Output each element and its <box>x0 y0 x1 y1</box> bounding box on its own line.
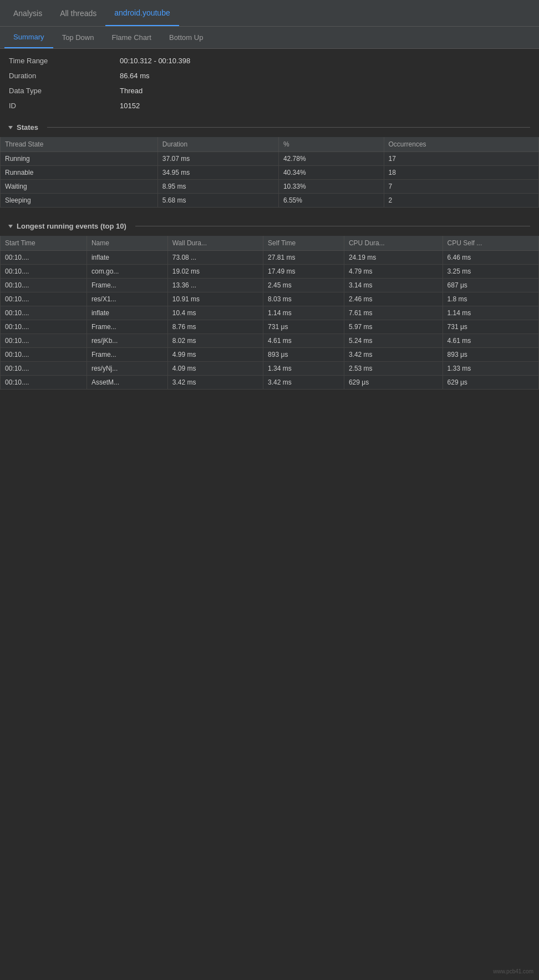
states-table-header: Thread State Duration % Occurrences <box>1 137 539 152</box>
id-label: ID <box>9 102 120 110</box>
events-collapse-icon[interactable] <box>8 225 13 228</box>
events-title: Longest running events (top 10) <box>17 222 126 230</box>
table-cell: 1.14 ms <box>263 306 344 320</box>
table-cell: inflate <box>87 251 167 265</box>
table-cell: 17.49 ms <box>263 265 344 279</box>
table-cell: 10.4 ms <box>167 306 263 320</box>
table-cell: 17 <box>384 152 538 166</box>
table-row[interactable]: 00:10....inflate73.08 ...27.81 ms24.19 m… <box>1 251 539 265</box>
table-cell: 731 μs <box>263 320 344 334</box>
table-row[interactable]: 00:10....com.go...19.02 ms17.49 ms4.79 m… <box>1 265 539 279</box>
table-cell: Waiting <box>1 180 158 194</box>
watermark: www.pcb41.com <box>493 968 533 974</box>
nav-analysis[interactable]: Analysis <box>4 0 51 26</box>
table-row[interactable]: 00:10....res/X1...10.91 ms8.03 ms2.46 ms… <box>1 292 539 306</box>
events-col-cpu-dura[interactable]: CPU Dura... <box>344 236 443 251</box>
table-cell: 3.42 ms <box>263 376 344 390</box>
table-cell: inflate <box>87 306 167 320</box>
table-cell: 1.14 ms <box>443 306 538 320</box>
table-cell: 893 μs <box>443 348 538 362</box>
table-row[interactable]: 00:10....Frame...13.36 ...2.45 ms3.14 ms… <box>1 279 539 292</box>
table-row[interactable]: 00:10....Frame...4.99 ms893 μs3.42 ms893… <box>1 348 539 362</box>
table-row[interactable]: Running37.07 ms42.78%17 <box>1 152 539 166</box>
table-row[interactable]: 00:10....res/yNj...4.09 ms1.34 ms2.53 ms… <box>1 362 539 376</box>
events-table: Start Time Name Wall Dura... Self Time C… <box>0 236 539 390</box>
table-cell: 4.09 ms <box>167 362 263 376</box>
tab-bottom-up[interactable]: Bottom Up <box>160 27 212 48</box>
events-col-name[interactable]: Name <box>87 236 167 251</box>
data-type-label: Data Type <box>9 87 120 95</box>
info-id: ID 10152 <box>0 98 539 113</box>
table-cell: Sleeping <box>1 194 158 208</box>
table-cell: 00:10.... <box>1 265 87 279</box>
table-cell: AssetM... <box>87 376 167 390</box>
table-row[interactable]: 00:10....res/jKb...8.02 ms4.61 ms5.24 ms… <box>1 334 539 348</box>
states-title: States <box>17 123 38 132</box>
table-cell: 37.07 ms <box>157 152 278 166</box>
table-cell: Frame... <box>87 348 167 362</box>
table-cell: 18 <box>384 166 538 180</box>
table-row[interactable]: Sleeping5.68 ms6.55%2 <box>1 194 539 208</box>
events-col-self-time[interactable]: Self Time <box>263 236 344 251</box>
states-col-thread-state[interactable]: Thread State <box>1 137 158 152</box>
table-cell: 00:10.... <box>1 279 87 292</box>
tab-summary[interactable]: Summary <box>4 27 53 48</box>
states-table: Thread State Duration % Occurrences Runn… <box>0 137 539 208</box>
table-cell: 00:10.... <box>1 362 87 376</box>
table-cell: 2 <box>384 194 538 208</box>
table-row[interactable]: Waiting8.95 ms10.33%7 <box>1 180 539 194</box>
table-cell: 4.61 ms <box>263 334 344 348</box>
table-cell: 4.99 ms <box>167 348 263 362</box>
tab-flame-chart[interactable]: Flame Chart <box>103 27 160 48</box>
table-cell: 8.02 ms <box>167 334 263 348</box>
table-cell: 5.97 ms <box>344 320 443 334</box>
duration-value: 86.64 ms <box>120 72 149 80</box>
summary-content: Time Range 00:10.312 - 00:10.398 Duratio… <box>0 49 539 403</box>
table-cell: Frame... <box>87 279 167 292</box>
table-row[interactable]: 00:10....AssetM...3.42 ms3.42 ms629 μs62… <box>1 376 539 390</box>
table-cell: Running <box>1 152 158 166</box>
table-cell: 4.79 ms <box>344 265 443 279</box>
states-section-header: States <box>0 118 539 137</box>
table-cell: 731 μs <box>443 320 538 334</box>
events-col-start-time[interactable]: Start Time <box>1 236 87 251</box>
table-cell: 8.76 ms <box>167 320 263 334</box>
table-cell: 5.68 ms <box>157 194 278 208</box>
table-cell: 8.03 ms <box>263 292 344 306</box>
nav-android-youtube[interactable]: android.youtube <box>105 0 179 26</box>
table-cell: 1.34 ms <box>263 362 344 376</box>
table-row[interactable]: 00:10....inflate10.4 ms1.14 ms7.61 ms1.1… <box>1 306 539 320</box>
events-table-header: Start Time Name Wall Dura... Self Time C… <box>1 236 539 251</box>
table-cell: 6.55% <box>278 194 384 208</box>
states-col-occurrences[interactable]: Occurrences <box>384 137 538 152</box>
states-col-percent[interactable]: % <box>278 137 384 152</box>
data-type-value: Thread <box>120 87 143 95</box>
events-section-header: Longest running events (top 10) <box>0 216 539 236</box>
table-cell: 3.42 ms <box>167 376 263 390</box>
events-col-wall-dura[interactable]: Wall Dura... <box>167 236 263 251</box>
sub-tabs: Summary Top Down Flame Chart Bottom Up <box>0 27 539 49</box>
table-cell: 629 μs <box>443 376 538 390</box>
table-cell: 00:10.... <box>1 348 87 362</box>
table-cell: 7.61 ms <box>344 306 443 320</box>
duration-label: Duration <box>9 72 120 80</box>
info-duration: Duration 86.64 ms <box>0 68 539 83</box>
table-row[interactable]: 00:10....Frame...8.76 ms731 μs5.97 ms731… <box>1 320 539 334</box>
table-cell: 34.95 ms <box>157 166 278 180</box>
table-cell: Frame... <box>87 320 167 334</box>
top-nav: Analysis All threads android.youtube <box>0 0 539 27</box>
table-row[interactable]: Runnable34.95 ms40.34%18 <box>1 166 539 180</box>
table-cell: 4.61 ms <box>443 334 538 348</box>
events-col-cpu-self[interactable]: CPU Self ... <box>443 236 538 251</box>
table-cell: res/yNj... <box>87 362 167 376</box>
nav-all-threads[interactable]: All threads <box>51 0 105 26</box>
states-col-duration[interactable]: Duration <box>157 137 278 152</box>
table-cell: 24.19 ms <box>344 251 443 265</box>
table-cell: 7 <box>384 180 538 194</box>
table-cell: res/jKb... <box>87 334 167 348</box>
states-collapse-icon[interactable] <box>8 126 13 129</box>
table-cell: 10.91 ms <box>167 292 263 306</box>
info-data-type: Data Type Thread <box>0 83 539 98</box>
tab-top-down[interactable]: Top Down <box>53 27 103 48</box>
table-cell: 73.08 ... <box>167 251 263 265</box>
